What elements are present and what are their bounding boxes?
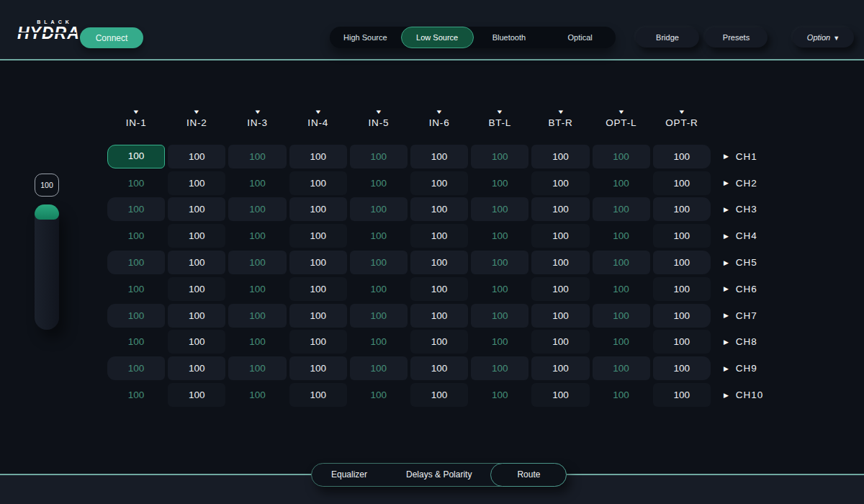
route-cell-CH5-IN-5[interactable]: 100 [350, 251, 408, 274]
channel-expand-icon[interactable]: ▶ [724, 338, 729, 346]
route-cell-CH2-IN-6[interactable]: 100 [410, 171, 468, 195]
route-cell-CH7-IN-4[interactable]: 100 [289, 304, 347, 328]
route-cell-CH2-OPT-R[interactable]: 100 [653, 171, 711, 195]
route-cell-CH3-IN-5[interactable]: 100 [350, 197, 408, 221]
route-cell-CH2-BT-R[interactable]: 100 [531, 171, 589, 195]
route-cell-CH4-OPT-R[interactable]: 100 [653, 224, 711, 248]
route-cell-CH10-BT-R[interactable]: 100 [531, 383, 589, 407]
route-cell-CH9-IN-1[interactable]: 100 [107, 356, 165, 380]
route-cell-CH10-IN-5[interactable]: 100 [350, 383, 408, 407]
route-cell-CH3-BT-L[interactable]: 100 [471, 197, 528, 221]
column-dropdown-icon[interactable]: ▼ [375, 109, 383, 115]
route-cell-CH2-IN-3[interactable]: 100 [228, 171, 286, 195]
connect-button[interactable]: Connect [80, 27, 143, 48]
route-cell-CH5-IN-6[interactable]: 100 [410, 251, 468, 274]
channel-row-toggle-CH10[interactable]: ▶CH10 [724, 390, 763, 400]
route-cell-CH4-IN-1[interactable]: 100 [107, 224, 165, 248]
bridge-button[interactable]: Bridge [636, 27, 699, 48]
column-header-IN-4[interactable]: ▼IN-4 [288, 109, 348, 128]
route-cell-CH7-IN-1[interactable]: 100 [107, 304, 165, 328]
channel-row-toggle-CH5[interactable]: ▶CH5 [724, 257, 757, 268]
route-cell-CH5-BT-R[interactable]: 100 [531, 251, 589, 274]
route-cell-CH1-BT-L[interactable]: 100 [471, 145, 528, 168]
option-menu-button[interactable]: Option▼ [793, 27, 854, 48]
route-cell-CH9-OPT-R[interactable]: 100 [653, 356, 711, 380]
route-cell-CH7-IN-5[interactable]: 100 [350, 304, 408, 328]
route-cell-CH4-BT-R[interactable]: 100 [531, 224, 589, 248]
route-cell-CH5-IN-4[interactable]: 100 [289, 251, 347, 274]
route-cell-CH7-IN-3[interactable]: 100 [228, 304, 286, 328]
route-cell-CH1-OPT-R[interactable]: 100 [653, 145, 711, 168]
route-cell-CH8-IN-6[interactable]: 100 [410, 330, 468, 354]
route-cell-CH2-IN-1[interactable]: 100 [107, 171, 165, 195]
route-cell-CH6-IN-3[interactable]: 100 [228, 277, 286, 301]
route-cell-CH7-BT-L[interactable]: 100 [471, 304, 528, 328]
route-cell-CH5-IN-2[interactable]: 100 [168, 251, 225, 274]
tab-optical[interactable]: Optical [544, 27, 616, 48]
channel-row-toggle-CH7[interactable]: ▶CH7 [724, 310, 757, 321]
channel-expand-icon[interactable]: ▶ [724, 312, 729, 319]
master-level-badge[interactable]: 100 [35, 174, 59, 197]
route-cell-CH2-IN-2[interactable]: 100 [168, 171, 225, 195]
route-cell-CH6-IN-6[interactable]: 100 [410, 277, 468, 301]
column-header-OPT-R[interactable]: ▼OPT-R [652, 109, 712, 128]
column-header-OPT-L[interactable]: ▼OPT-L [591, 109, 652, 128]
route-cell-CH8-OPT-L[interactable]: 100 [593, 330, 650, 354]
tab-low-source[interactable]: Low Source [401, 27, 474, 48]
channel-expand-icon[interactable]: ▶ [724, 285, 729, 292]
route-cell-CH6-OPT-R[interactable]: 100 [653, 277, 711, 301]
route-cell-CH10-OPT-R[interactable]: 100 [653, 383, 711, 407]
route-cell-CH3-IN-4[interactable]: 100 [289, 197, 347, 221]
route-cell-CH9-OPT-L[interactable]: 100 [593, 356, 650, 380]
route-cell-CH9-IN-3[interactable]: 100 [228, 356, 286, 380]
channel-expand-icon[interactable]: ▶ [724, 179, 729, 186]
route-cell-CH1-IN-5[interactable]: 100 [350, 145, 408, 168]
route-cell-CH6-IN-1[interactable]: 100 [107, 277, 165, 301]
channel-expand-icon[interactable]: ▶ [724, 153, 729, 160]
route-cell-CH10-IN-6[interactable]: 100 [410, 383, 468, 407]
route-cell-CH5-IN-1[interactable]: 100 [107, 251, 165, 274]
route-cell-CH4-IN-3[interactable]: 100 [228, 224, 286, 248]
route-cell-CH9-IN-5[interactable]: 100 [350, 356, 408, 380]
route-cell-CH8-IN-2[interactable]: 100 [168, 330, 225, 354]
column-header-IN-2[interactable]: ▼IN-2 [166, 109, 227, 128]
route-cell-CH4-BT-L[interactable]: 100 [471, 224, 528, 248]
tab-bluetooth[interactable]: Bluetooth [474, 27, 545, 48]
column-dropdown-icon[interactable]: ▼ [496, 109, 504, 115]
channel-expand-icon[interactable]: ▶ [724, 392, 729, 399]
column-dropdown-icon[interactable]: ▼ [314, 109, 322, 115]
route-cell-CH9-IN-2[interactable]: 100 [168, 356, 225, 380]
route-cell-CH10-IN-1[interactable]: 100 [107, 383, 165, 407]
route-cell-CH9-IN-4[interactable]: 100 [289, 356, 347, 380]
channel-row-toggle-CH9[interactable]: ▶CH9 [724, 363, 757, 374]
route-cell-CH3-IN-3[interactable]: 100 [228, 197, 286, 221]
route-cell-CH6-IN-2[interactable]: 100 [168, 277, 225, 301]
column-dropdown-icon[interactable]: ▼ [678, 109, 686, 115]
route-cell-CH1-IN-6[interactable]: 100 [410, 145, 468, 168]
route-cell-CH3-OPT-L[interactable]: 100 [593, 197, 650, 221]
channel-row-toggle-CH1[interactable]: ▶CH1 [724, 151, 757, 162]
tab-route[interactable]: Route [490, 463, 567, 487]
tab-high-source[interactable]: High Source [330, 27, 401, 48]
channel-expand-icon[interactable]: ▶ [724, 259, 729, 266]
master-fader-handle[interactable] [35, 204, 59, 220]
route-cell-CH3-IN-2[interactable]: 100 [168, 197, 225, 221]
route-cell-CH9-BT-R[interactable]: 100 [531, 356, 589, 380]
route-cell-CH1-IN-1[interactable]: 100 [107, 145, 165, 168]
route-cell-CH4-IN-4[interactable]: 100 [289, 224, 347, 248]
route-cell-CH2-IN-5[interactable]: 100 [350, 171, 408, 195]
route-cell-CH9-BT-L[interactable]: 100 [471, 356, 528, 380]
column-dropdown-icon[interactable]: ▼ [253, 109, 261, 115]
route-cell-CH10-IN-4[interactable]: 100 [289, 383, 347, 407]
tab-delays-polarity[interactable]: Delays & Polarity [387, 464, 491, 486]
column-dropdown-icon[interactable]: ▼ [557, 109, 564, 115]
master-fader-track[interactable] [35, 204, 59, 330]
route-cell-CH2-OPT-L[interactable]: 100 [593, 171, 650, 195]
column-header-IN-5[interactable]: ▼IN-5 [348, 109, 409, 128]
route-cell-CH5-OPT-R[interactable]: 100 [653, 251, 711, 274]
route-cell-CH7-OPT-R[interactable]: 100 [653, 304, 711, 328]
column-header-IN-3[interactable]: ▼IN-3 [227, 109, 287, 128]
route-cell-CH5-BT-L[interactable]: 100 [471, 251, 528, 274]
route-cell-CH10-BT-L[interactable]: 100 [471, 383, 528, 407]
presets-button[interactable]: Presets [705, 27, 768, 48]
